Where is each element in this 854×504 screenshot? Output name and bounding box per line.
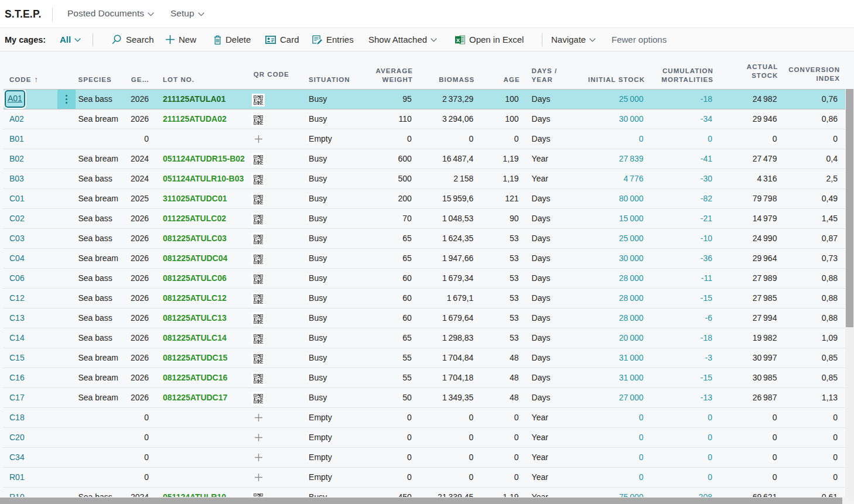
- svg-text:X: X: [456, 36, 460, 43]
